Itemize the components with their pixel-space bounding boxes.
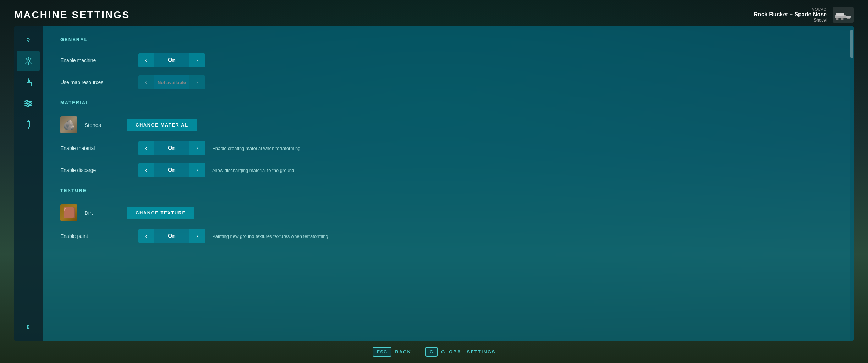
use-map-resources-value: Not available	[154, 75, 189, 89]
sidebar-item-e[interactable]: E	[17, 317, 40, 337]
content-wrapper: Q	[0, 26, 868, 341]
machine-brand: Volvo	[754, 7, 827, 11]
setting-enable-material: Enable material ‹ On › Enable creating m…	[60, 141, 836, 155]
sidebar-item-q[interactable]: Q	[17, 30, 40, 50]
enable-material-next-btn[interactable]: ›	[189, 141, 205, 155]
sidebar-item-settings[interactable]	[17, 51, 40, 71]
use-map-resources-next-btn[interactable]: ›	[189, 75, 205, 89]
enable-discharge-next-btn[interactable]: ›	[189, 163, 205, 177]
texture-name: Dirt	[84, 210, 120, 216]
survey-icon	[23, 120, 33, 130]
tool-icon	[23, 77, 33, 87]
enable-material-value: On	[154, 141, 189, 155]
enable-machine-next-btn[interactable]: ›	[189, 53, 205, 67]
svg-rect-2	[846, 16, 851, 18]
enable-discharge-toggle: ‹ On ›	[138, 163, 205, 177]
c-key-badge: C	[425, 347, 438, 357]
change-material-btn[interactable]: CHANGE MATERIAL	[127, 119, 197, 131]
svg-point-14	[26, 100, 28, 102]
material-current-row: Stones CHANGE MATERIAL	[60, 116, 836, 133]
dirt-icon	[60, 204, 77, 221]
sidebar-item-sliders[interactable]	[17, 94, 40, 113]
scrollbar-thumb[interactable]	[850, 30, 853, 58]
page-title: MACHINE SETTINGS	[14, 9, 130, 21]
enable-paint-description: Painting new ground textures textures wh…	[212, 234, 836, 239]
header: MACHINE SETTINGS Volvo Rock Bucket – Spa…	[0, 0, 868, 26]
section-texture-label: TEXTURE	[60, 188, 836, 197]
enable-discharge-description: Allow discharging material to the ground	[212, 168, 836, 173]
enable-paint-label: Enable paint	[60, 233, 131, 239]
svg-rect-1	[836, 13, 844, 16]
machine-name: Rock Bucket – Spade Nose	[754, 11, 827, 18]
enable-machine-label: Enable machine	[60, 57, 131, 63]
section-general-label: GENERAL	[60, 37, 836, 46]
esc-key-badge: ESC	[373, 347, 392, 357]
footer: ESC BACK C GLOBAL SETTINGS	[0, 341, 868, 363]
texture-current-row: Dirt CHANGE TEXTURE	[60, 204, 836, 221]
screen: MACHINE SETTINGS Volvo Rock Bucket – Spa…	[0, 0, 868, 363]
enable-machine-toggle: ‹ On ›	[138, 53, 205, 67]
use-map-resources-label: Use map resources	[60, 79, 131, 85]
scrollbar-track	[850, 26, 854, 341]
enable-material-toggle: ‹ On ›	[138, 141, 205, 155]
enable-machine-value: On	[154, 53, 189, 67]
gear-icon	[23, 56, 33, 66]
svg-rect-5	[847, 18, 850, 19]
svg-rect-19	[27, 121, 30, 127]
change-texture-btn[interactable]: CHANGE TEXTURE	[127, 207, 194, 219]
enable-discharge-value: On	[154, 163, 189, 177]
enable-material-prev-btn[interactable]: ‹	[138, 141, 154, 155]
back-label: BACK	[395, 349, 411, 354]
enable-discharge-prev-btn[interactable]: ‹	[138, 163, 154, 177]
setting-use-map-resources: Use map resources ‹ Not available ›	[60, 75, 836, 89]
section-texture: TEXTURE Dirt CHANGE TEXTURE Enable paint…	[60, 188, 836, 243]
sidebar-key-q: Q	[27, 37, 30, 42]
svg-rect-4	[841, 18, 844, 20]
enable-paint-toggle: ‹ On ›	[138, 229, 205, 243]
footer-action-global-settings[interactable]: C GLOBAL SETTINGS	[425, 347, 496, 357]
section-material-label: MATERIAL	[60, 100, 836, 109]
stones-icon	[60, 116, 77, 133]
enable-machine-prev-btn[interactable]: ‹	[138, 53, 154, 67]
use-map-resources-toggle: ‹ Not available ›	[138, 75, 205, 89]
sidebar: Q	[14, 26, 43, 341]
setting-enable-machine: Enable machine ‹ On ›	[60, 53, 836, 67]
enable-discharge-label: Enable discarge	[60, 167, 131, 173]
svg-point-18	[27, 105, 29, 107]
svg-point-16	[29, 102, 31, 105]
section-material: MATERIAL Stones CHANGE MATERIAL Enable m…	[60, 100, 836, 177]
machine-name-block: Volvo Rock Bucket – Spade Nose Shovel	[754, 7, 827, 23]
enable-paint-prev-btn[interactable]: ‹	[138, 229, 154, 243]
sidebar-key-e: E	[27, 325, 30, 330]
setting-enable-discharge: Enable discarge ‹ On › Allow discharging…	[60, 163, 836, 177]
svg-rect-3	[836, 18, 839, 20]
sliders-icon	[23, 99, 33, 108]
global-settings-label: GLOBAL SETTINGS	[441, 349, 495, 354]
enable-material-description: Enable creating material when terraformi…	[212, 146, 836, 151]
use-map-resources-prev-btn[interactable]: ‹	[138, 75, 154, 89]
enable-paint-next-btn[interactable]: ›	[189, 229, 205, 243]
enable-material-label: Enable material	[60, 145, 131, 151]
svg-point-6	[27, 60, 30, 62]
main-panel: GENERAL Enable machine ‹ On › Use map re…	[43, 26, 854, 341]
sidebar-item-tools[interactable]	[17, 72, 40, 92]
sidebar-item-survey[interactable]	[17, 115, 40, 135]
machine-icon	[833, 7, 854, 23]
machine-info: Volvo Rock Bucket – Spade Nose Shovel	[754, 7, 854, 23]
footer-action-back[interactable]: ESC BACK	[373, 347, 411, 357]
setting-enable-paint: Enable paint ‹ On › Painting new ground …	[60, 229, 836, 243]
enable-paint-value: On	[154, 229, 189, 243]
material-name: Stones	[84, 122, 120, 128]
machine-type: Shovel	[754, 18, 827, 23]
